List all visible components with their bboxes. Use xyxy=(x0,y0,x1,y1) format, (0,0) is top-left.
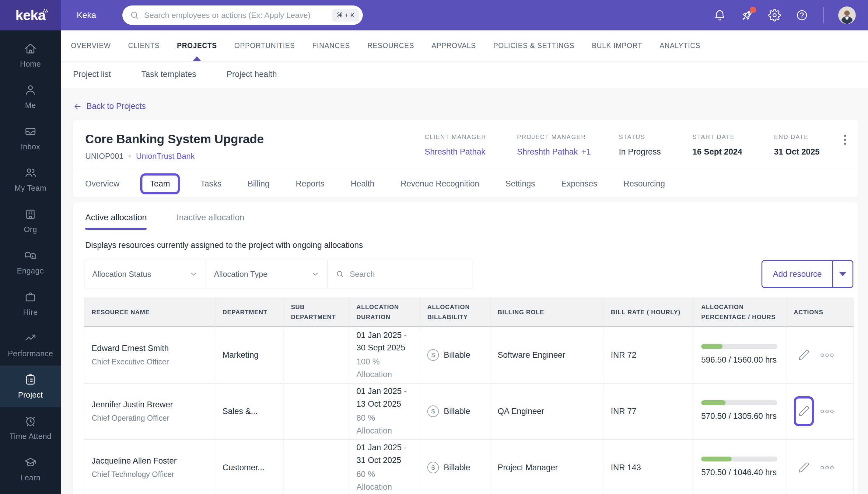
dollar-icon xyxy=(427,349,439,361)
add-resource-dropdown-toggle[interactable] xyxy=(833,261,852,287)
back-to-projects-link[interactable]: Back to Projects xyxy=(73,101,146,111)
topbar-actions xyxy=(714,6,868,24)
secondary-nav-item[interactable]: Project list xyxy=(73,70,111,79)
sidebar-item[interactable]: Home xyxy=(0,35,61,76)
sidebar-item[interactable]: My Team xyxy=(0,159,61,200)
settings-gear-icon[interactable] xyxy=(768,9,781,22)
project-tab[interactable]: Reports xyxy=(296,179,325,189)
secondary-nav-item[interactable]: Project health xyxy=(227,70,277,79)
notifications-bell-icon[interactable] xyxy=(714,9,726,22)
meta-label: PROJECT MANAGER xyxy=(517,134,591,140)
secondary-nav-item[interactable]: Task templates xyxy=(142,70,196,79)
sidebar-item[interactable]: Time Attend xyxy=(0,407,61,449)
project-tab[interactable]: Overview xyxy=(85,179,119,189)
user-avatar[interactable] xyxy=(838,6,856,24)
more-actions-button[interactable] xyxy=(820,466,834,469)
resource-name-cell: Jennifer Justin Brewer Chief Operating O… xyxy=(84,383,215,440)
project-tab[interactable]: Health xyxy=(351,179,374,189)
sidebar-item-icon xyxy=(24,415,37,428)
sidebar-item-icon xyxy=(24,166,37,179)
project-tab[interactable]: Revenue Recognition xyxy=(401,179,479,189)
sidebar-item[interactable]: Hire xyxy=(0,283,61,324)
main-nav-tab[interactable]: APPROVALS xyxy=(431,31,476,61)
project-meta: CLIENT MANAGER Shreshth Pathak PROJECT M… xyxy=(425,132,823,157)
more-actions-button[interactable] xyxy=(820,410,834,413)
sidebar-item[interactable]: Inbox xyxy=(0,117,61,159)
keka-spark-icon xyxy=(41,5,51,15)
sidebar-item-label: Engage xyxy=(17,266,44,275)
more-actions-button[interactable] xyxy=(820,354,834,357)
allocation-type-dropdown[interactable]: Allocation Type xyxy=(206,260,328,288)
notification-dot xyxy=(750,7,756,13)
allocation-percent: 60 % Allocation xyxy=(356,468,412,494)
global-search[interactable]: ⌘ + K xyxy=(122,5,363,25)
main-nav-tab[interactable]: PROJECTS xyxy=(177,31,217,61)
main-nav-tab[interactable]: OPPORTUNITIES xyxy=(234,31,295,61)
project-tab[interactable]: Team xyxy=(140,173,180,194)
allocation-progress-bar xyxy=(701,344,777,349)
project-meta-column: PROJECT MANAGER Shreshth Pathak +1 xyxy=(517,134,591,157)
bill-rate-cell: INR 143 xyxy=(604,440,694,494)
sidebar-item[interactable]: Project xyxy=(0,366,61,407)
project-tab[interactable]: Tasks xyxy=(201,179,222,189)
main-nav-tab[interactable]: FINANCES xyxy=(312,31,350,61)
sidebar: Home Me Inbox My Team Org Engage Hire xyxy=(0,31,61,494)
sidebar-item[interactable]: Org xyxy=(0,200,61,242)
duration: 01 Jan 2025 - 13 Oct 2025 xyxy=(356,385,412,411)
allocation-subtab[interactable]: Active allocation xyxy=(85,213,147,230)
actions-cell xyxy=(787,440,854,494)
meta-extra[interactable]: +1 xyxy=(581,147,591,157)
sidebar-item[interactable]: Me xyxy=(0,76,61,117)
client-link[interactable]: UnionTrust Bank xyxy=(136,151,195,161)
sidebar-item-icon xyxy=(24,332,37,345)
main-nav-tab[interactable]: CLIENTS xyxy=(128,31,160,61)
keka-logo[interactable]: keka xyxy=(0,0,61,31)
allocation-duration-cell: 01 Jan 2025 - 31 Oct 2025 60 % Allocatio… xyxy=(349,440,420,494)
department-cell: Customer... xyxy=(215,440,284,494)
add-resource-button[interactable]: Add resource xyxy=(762,261,833,287)
arrow-left-icon xyxy=(73,102,82,111)
department-cell: Sales &... xyxy=(215,383,284,440)
sidebar-item[interactable]: Engage xyxy=(0,242,61,283)
column-header: ACTIONS xyxy=(787,298,854,327)
dot-separator xyxy=(128,155,131,157)
chevron-down-icon xyxy=(189,270,198,278)
sidebar-item[interactable]: Performance xyxy=(0,324,61,366)
main-nav-tab[interactable]: RESOURCES xyxy=(367,31,414,61)
resource-search-input[interactable] xyxy=(350,269,466,279)
resource-name: Jacqueline Allen Foster xyxy=(92,456,207,466)
main-nav-tab[interactable]: BULK IMPORT xyxy=(592,31,643,61)
whats-new-rocket-icon[interactable] xyxy=(741,9,754,22)
edit-allocation-button[interactable] xyxy=(794,396,814,426)
resource-name: Jennifer Justin Brewer xyxy=(92,400,207,410)
billability-cell: Billable xyxy=(420,383,490,440)
filter-group: Allocation Status Allocation Type xyxy=(84,260,474,288)
filter-row: Allocation Status Allocation Type Add re… xyxy=(84,260,853,288)
sidebar-item[interactable]: Learn xyxy=(0,449,61,490)
main-nav-tab[interactable]: ANALYTICS xyxy=(660,31,700,61)
resource-search[interactable] xyxy=(328,260,474,288)
allocation-duration-cell: 01 Jan 2025 - 30 Sept 2025 100 % Allocat… xyxy=(349,327,420,383)
project-tab[interactable]: Settings xyxy=(505,179,535,189)
help-icon[interactable] xyxy=(796,9,808,22)
allocation-status-dropdown[interactable]: Allocation Status xyxy=(84,260,206,288)
project-more-menu-icon[interactable] xyxy=(844,132,846,145)
project-meta-column: CLIENT MANAGER Shreshth Pathak xyxy=(425,134,489,157)
billability-label: Billable xyxy=(444,407,470,416)
sub-department-cell xyxy=(284,383,349,440)
allocation-subtab[interactable]: Inactive allocation xyxy=(177,213,244,230)
allocation-table: RESOURCE NAMEDEPARTMENTSUB DEPARTMENTALL… xyxy=(84,298,854,494)
add-resource-split-button: Add resource xyxy=(761,260,853,288)
allocation-progress-fill xyxy=(701,457,732,461)
edit-allocation-button[interactable] xyxy=(794,453,814,482)
main-nav-tab[interactable]: POLICIES & SETTINGS xyxy=(493,31,575,61)
project-title-block: Core Banking System Upgrade UNIOP001 Uni… xyxy=(85,132,264,161)
main-nav-tab[interactable]: OVERVIEW xyxy=(71,31,111,61)
edit-allocation-button[interactable] xyxy=(794,340,814,370)
project-tab[interactable]: Expenses xyxy=(561,179,597,189)
project-tab[interactable]: Resourcing xyxy=(624,179,665,189)
allocation-subtabs: Active allocationInactive allocation xyxy=(84,213,853,230)
column-header: SUB DEPARTMENT xyxy=(284,298,349,327)
project-tab[interactable]: Billing xyxy=(248,179,270,189)
global-search-input[interactable] xyxy=(144,11,332,20)
